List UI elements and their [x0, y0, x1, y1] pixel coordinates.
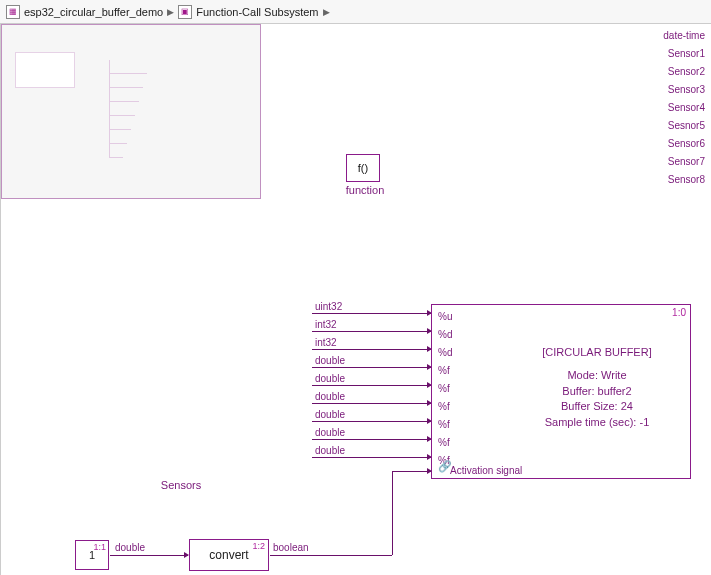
convert-label: convert — [209, 548, 248, 562]
sensors-subsystem-label: Sensors — [51, 479, 311, 491]
function-trigger-block[interactable]: f() — [346, 154, 380, 182]
signal-wire — [312, 331, 431, 332]
signal-wire — [312, 313, 431, 314]
sensors-port-7: Sensor7 — [668, 156, 705, 167]
cbuf-port-2: %d — [438, 347, 452, 358]
signal-type-label: boolean — [273, 542, 309, 553]
signal-wire — [392, 471, 431, 472]
chevron-right-icon: ▶ — [167, 7, 174, 17]
model-canvas[interactable]: f() function date-time Sensor1 Sensor2 S… — [0, 24, 711, 575]
sensors-port-3: Sensor3 — [668, 84, 705, 95]
sensors-inner-preview — [15, 52, 75, 88]
signal-wire — [110, 555, 188, 556]
breadcrumb: ▦ esp32_circular_buffer_demo ▶ ▣ Functio… — [0, 0, 711, 24]
link-icon: 🔗 — [438, 460, 452, 473]
signal-wire — [312, 421, 431, 422]
signal-type-label: double — [315, 409, 345, 420]
sensors-port-2: Sensor2 — [668, 66, 705, 77]
sensors-mux-icon — [101, 60, 147, 158]
signal-type-label: double — [315, 391, 345, 402]
signal-type-label: double — [315, 427, 345, 438]
cbuf-port-4: %f — [438, 383, 450, 394]
cbuf-mode: Mode: Write — [512, 368, 682, 383]
sensors-subsystem[interactable]: date-time Sensor1 Sensor2 Sensor3 Sensor… — [1, 24, 261, 199]
signal-type-label: double — [115, 542, 145, 553]
signal-type-label: double — [315, 355, 345, 366]
signal-type-label: int32 — [315, 319, 337, 330]
cbuf-port-6: %f — [438, 419, 450, 430]
block-sort-badge: 1:0 — [672, 307, 686, 318]
cbuf-port-0: %u — [438, 311, 452, 322]
signal-type-label: uint32 — [315, 301, 342, 312]
breadcrumb-subsystem[interactable]: Function-Call Subsystem — [196, 6, 318, 18]
block-sort-badge: 1:2 — [252, 541, 265, 551]
signal-wire — [312, 349, 431, 350]
breadcrumb-model[interactable]: esp32_circular_buffer_demo — [24, 6, 163, 18]
sensors-port-datetime: date-time — [663, 30, 705, 41]
sensors-port-5: Sesnor5 — [668, 120, 705, 131]
model-icon: ▦ — [6, 5, 20, 19]
sensors-port-4: Sensor4 — [668, 102, 705, 113]
cbuf-title: [CIRCULAR BUFFER] — [512, 345, 682, 360]
circular-buffer-block[interactable]: 1:0 %u %d %d %f %f %f %f %f %f Activatio… — [431, 304, 691, 479]
arrow-icon — [427, 468, 432, 474]
cbuf-size: Buffer Size: 24 — [512, 399, 682, 414]
signal-wire — [392, 471, 393, 555]
cbuf-sampletime: Sample time (sec): -1 — [512, 415, 682, 430]
signal-wire — [312, 439, 431, 440]
chevron-right-icon: ▶ — [323, 7, 330, 17]
function-trigger-label: function — [341, 184, 389, 196]
sensors-port-1: Sensor1 — [668, 48, 705, 59]
signal-wire — [312, 457, 431, 458]
function-trigger-text: f() — [358, 162, 368, 174]
block-sort-badge: 1:1 — [93, 542, 106, 552]
subsystem-icon: ▣ — [178, 5, 192, 19]
cbuf-port-activation: Activation signal — [450, 465, 522, 476]
signal-type-label: double — [315, 445, 345, 456]
signal-wire — [312, 403, 431, 404]
signal-type-label: int32 — [315, 337, 337, 348]
cbuf-port-7: %f — [438, 437, 450, 448]
signal-wire — [270, 555, 392, 556]
sensors-port-6: Sensor6 — [668, 138, 705, 149]
sensors-port-8: Sensor8 — [668, 174, 705, 185]
signal-wire — [312, 385, 431, 386]
cbuf-buffer: Buffer: buffer2 — [512, 384, 682, 399]
cbuf-port-3: %f — [438, 365, 450, 376]
data-type-convert-block[interactable]: 1:2 convert — [189, 539, 269, 571]
cbuf-port-1: %d — [438, 329, 452, 340]
cbuf-port-5: %f — [438, 401, 450, 412]
cbuf-info: [CIRCULAR BUFFER] Mode: Write Buffer: bu… — [512, 345, 682, 430]
signal-wire — [312, 367, 431, 368]
signal-type-label: double — [315, 373, 345, 384]
constant-block[interactable]: 1:1 1 — [75, 540, 109, 570]
